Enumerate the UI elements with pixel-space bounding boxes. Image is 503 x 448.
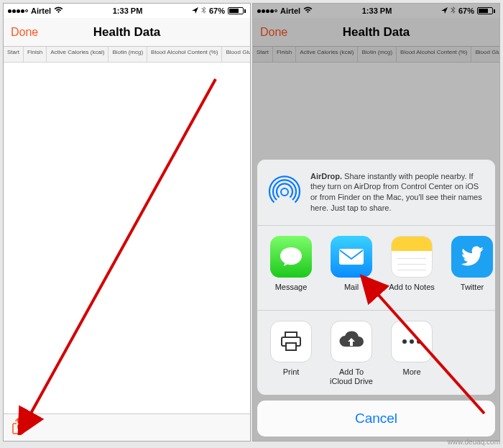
col-header: Blood Alcohol Content (%) [147, 47, 222, 62]
action-more[interactable]: More [385, 321, 438, 386]
battery-icon [228, 7, 246, 14]
col-header: Active Calories (kcal) [47, 47, 109, 62]
status-bar: Airtel 1:33 PM 67% [4, 4, 250, 18]
share-apps-row[interactable]: Message Mail Add to Notes [257, 226, 495, 310]
share-app-message[interactable]: Message [264, 236, 318, 301]
airdrop-section[interactable]: AirDrop. Share instantly with people nea… [257, 160, 495, 225]
twitter-icon [451, 236, 493, 278]
svg-rect-5 [285, 332, 297, 337]
page-title: Health Data [93, 25, 161, 40]
share-sheet: AirDrop. Share instantly with people nea… [257, 160, 495, 436]
wifi-icon [54, 6, 63, 15]
svg-rect-4 [339, 249, 364, 265]
cancel-button[interactable]: Cancel [257, 401, 495, 436]
more-icon [391, 321, 433, 362]
bottom-toolbar [4, 413, 250, 441]
carrier-label: Airtel [31, 6, 51, 15]
svg-rect-1 [17, 423, 19, 425]
svg-rect-7 [286, 343, 296, 350]
share-actions-row[interactable]: Print Add To iCloud Drive More [257, 311, 495, 395]
table-body-empty [4, 63, 250, 421]
action-icloud-drive[interactable]: Add To iCloud Drive [325, 321, 378, 386]
signal-dots-icon [8, 9, 28, 13]
location-icon [192, 6, 198, 15]
watermark: www.deuaq.com [448, 438, 500, 446]
bluetooth-icon [201, 6, 206, 16]
share-app-twitter[interactable]: Twitter [446, 236, 495, 301]
nav-bar: Done Health Data [4, 18, 250, 47]
screenshot-left: Airtel 1:33 PM 67% Done Health Data Star… [3, 3, 251, 442]
col-header: Finish [24, 47, 47, 62]
svg-point-3 [281, 188, 288, 196]
action-print[interactable]: Print [264, 321, 318, 386]
clock: 1:33 PM [113, 6, 143, 15]
col-header: Biotin (mcg) [109, 47, 147, 62]
cloud-upload-icon [331, 321, 372, 362]
print-icon [270, 321, 312, 362]
screenshot-right: Airtel 1:33 PM 67% Done Health Data Star… [252, 3, 500, 442]
notes-icon [391, 236, 433, 278]
svg-point-10 [417, 339, 421, 344]
message-icon [270, 236, 312, 278]
airdrop-text: AirDrop. Share instantly with people nea… [310, 171, 485, 214]
col-header: Blood Glucose [222, 47, 250, 62]
column-headers: Start Finish Active Calories (kcal) Biot… [4, 47, 250, 63]
done-button[interactable]: Done [11, 26, 38, 39]
share-app-notes[interactable]: Add to Notes [385, 236, 438, 301]
svg-point-8 [402, 339, 407, 344]
share-app-mail[interactable]: Mail [325, 236, 378, 301]
share-icon[interactable] [11, 417, 25, 439]
airdrop-icon [267, 175, 302, 209]
battery-pct: 67% [209, 6, 225, 15]
col-header: Start [4, 47, 24, 62]
mail-icon [331, 236, 372, 278]
svg-point-9 [410, 339, 414, 344]
